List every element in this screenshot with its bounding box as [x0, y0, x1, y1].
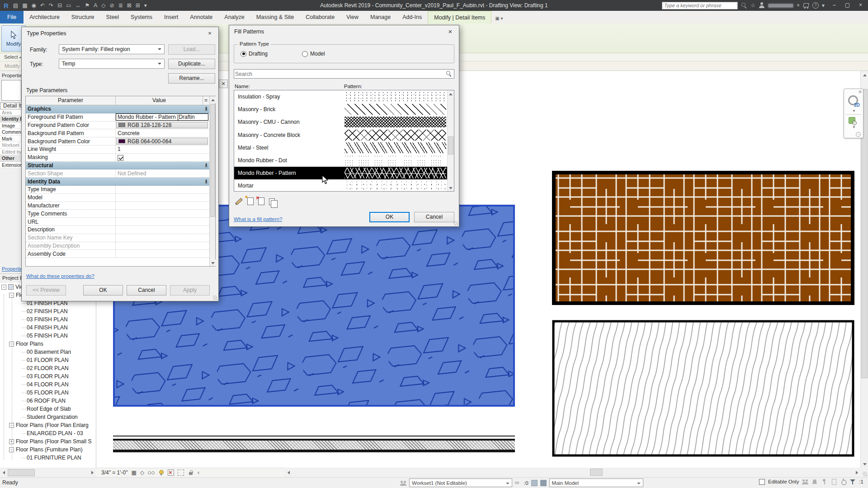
tree-item-00-basement-plan[interactable]: 00 Basement Plan: [0, 348, 96, 356]
editable-only-checkbox[interactable]: [759, 479, 765, 485]
parameter-value[interactable]: [116, 226, 209, 234]
fill-pattern-help-link[interactable]: What is a fill pattern?: [234, 216, 282, 222]
tag-icon[interactable]: ⚑: [85, 2, 90, 9]
reveal-hidden-elements-icon[interactable]: [158, 469, 164, 476]
parameter-value[interactable]: [116, 202, 209, 210]
pattern-row-metal-steel[interactable]: Metal - Steel: [234, 141, 448, 154]
resize-grip[interactable]: [213, 296, 217, 300]
switch-windows-icon[interactable]: ⊞: [136, 2, 140, 9]
palette-row-image[interactable]: Image: [0, 122, 23, 129]
collapse-icon[interactable]: ∧∧: [205, 107, 208, 111]
scroll-up-icon[interactable]: [448, 90, 454, 97]
tree-item-floor-plans[interactable]: −Floor Plans: [0, 340, 96, 348]
parameter-value[interactable]: Concrete: [116, 129, 209, 137]
customize-qat-icon[interactable]: ▾: [144, 2, 147, 9]
drawing-hscrollbar[interactable]: [285, 468, 860, 477]
resize-grip[interactable]: [453, 221, 458, 225]
filled-region-wavy-lines[interactable]: [552, 320, 854, 457]
tab-annotate[interactable]: Annotate: [184, 11, 218, 23]
parameter-value[interactable]: [116, 210, 209, 217]
view-scale-label[interactable]: 3/4" = 1'-0": [101, 469, 128, 476]
help-icon[interactable]: ?: [812, 2, 819, 9]
worksharing-users-icon[interactable]: [802, 479, 808, 485]
search-icon[interactable]: [741, 2, 747, 9]
palette-row-extensions[interactable]: Extensions: [0, 162, 23, 169]
tree-item-04-finish-plan[interactable]: 04 FINISH PLAN: [0, 324, 96, 332]
value-edit-box[interactable]: Mondo Rubber - Pattern [Draftin: [116, 113, 208, 121]
undo-icon[interactable]: ↶: [40, 2, 45, 9]
color-value-button[interactable]: RGB 128-128-128: [116, 122, 208, 129]
parameter-group-structural[interactable]: Structural∧∧: [26, 162, 209, 170]
visual-style-icon[interactable]: ◇: [140, 469, 144, 476]
close-button[interactable]: ×: [854, 0, 867, 11]
load-button[interactable]: Load...: [168, 44, 215, 55]
save-icon[interactable]: ▦: [22, 2, 27, 9]
tab-view[interactable]: View: [340, 11, 364, 23]
minimize-button[interactable]: –: [828, 0, 841, 11]
default-3d-view-icon[interactable]: ◇: [101, 2, 105, 9]
collapse-icon[interactable]: ‹: [198, 469, 199, 476]
sync-with-central-icon[interactable]: ◉: [32, 2, 36, 9]
tab-modify-detail-items[interactable]: Modify | Detail Items: [428, 11, 491, 23]
text-icon[interactable]: A: [94, 2, 97, 9]
cancel-button[interactable]: Cancel: [414, 212, 454, 222]
panel-display-menu-icon[interactable]: ▣ ▾: [491, 16, 506, 23]
tab-structure[interactable]: Structure: [66, 11, 100, 23]
color-value-button[interactable]: RGB 064-000-064: [116, 138, 208, 145]
masking-checkbox[interactable]: [118, 155, 123, 161]
ok-button[interactable]: OK: [369, 212, 410, 222]
parameter-value[interactable]: [116, 242, 209, 250]
measure-icon[interactable]: ▭: [66, 2, 71, 9]
pattern-row-mortar[interactable]: Mortar: [234, 179, 448, 192]
tab-systems[interactable]: Systems: [125, 11, 158, 23]
tree-item-01-floor-plan[interactable]: 01 FLOOR PLAN: [0, 356, 96, 364]
cancel-button[interactable]: Cancel: [127, 285, 166, 296]
scroll-down-icon[interactable]: [210, 259, 216, 266]
tree-item-floor-plans-floor-plan-enlarg[interactable]: −Floor Plans (Floor Plan Enlarg: [0, 421, 96, 429]
revit-logo-icon[interactable]: R: [4, 2, 9, 9]
ok-button[interactable]: OK: [83, 285, 123, 296]
parameter-value[interactable]: 1: [116, 145, 209, 153]
thin-lines-icon[interactable]: ≣: [118, 2, 123, 9]
tree-item-05-finish-plan[interactable]: 05 FINISH PLAN: [0, 332, 96, 340]
tab-massing-site[interactable]: Massing & Site: [250, 11, 300, 23]
pattern-row-insulation-spray[interactable]: Insulation - Spray: [234, 90, 448, 103]
tab-insert[interactable]: Insert: [158, 11, 184, 23]
tree-item-floor-plans-furniture-plan[interactable]: −Floor Plans (Furniture Plan): [0, 446, 96, 454]
palette-row-workset[interactable]: Workset: [0, 142, 23, 149]
section-icon[interactable]: ⊘: [110, 2, 114, 9]
collapse-icon[interactable]: ∧∧: [205, 180, 208, 183]
navbar-close-icon[interactable]: ⊗: [858, 89, 862, 94]
pattern-row-mondo-rubber-pattern[interactable]: Mondo Rubber - Pattern: [234, 167, 448, 179]
parameter-value[interactable]: [116, 194, 209, 202]
pattern-row-masonry-brick[interactable]: Masonry - Brick: [234, 103, 448, 116]
rename-button[interactable]: Rename...: [168, 73, 215, 84]
list-vscrollbar[interactable]: [447, 90, 454, 191]
pattern-row-mondo-rubber-dot[interactable]: Mondo Rubber - Dot: [234, 154, 448, 167]
sign-out-icon[interactable]: ×: [797, 2, 800, 9]
tab-collaborate[interactable]: Collaborate: [300, 11, 340, 23]
maximize-button[interactable]: ▢: [841, 0, 854, 11]
scroll-left-icon[interactable]: [0, 469, 8, 476]
tree-item-floor-plans-floor-plan-small-s[interactable]: +Floor Plans (Floor Plan Small S: [0, 437, 96, 446]
tree-item-enlarged-plan-03[interactable]: ENLARGED PLAN - 03: [0, 429, 96, 437]
scrollbar-thumb[interactable]: [590, 469, 603, 476]
tree-item-03-finish-plan[interactable]: 03 FINISH PLAN: [0, 315, 96, 324]
column-parameter[interactable]: Parameter: [26, 96, 116, 105]
pattern-row-masonry-concrete-block[interactable]: Masonry - Concrete Block: [234, 129, 448, 141]
parameter-value[interactable]: RGB 128-128-128: [116, 122, 209, 129]
type-selector-preview[interactable]: [1, 80, 21, 101]
parameter-value[interactable]: Not Defined: [116, 169, 209, 177]
close-icon[interactable]: ×: [444, 27, 456, 36]
parameter-value[interactable]: RGB 064-000-064: [116, 137, 209, 145]
constraints-lock-icon[interactable]: [188, 469, 194, 476]
scroll-up-icon[interactable]: [210, 96, 216, 103]
properties-palette-close-icon[interactable]: ✕: [219, 80, 228, 88]
duplicate-pattern-icon[interactable]: [269, 198, 275, 205]
tree-item-06-roof-plan[interactable]: 06 ROOF PLAN: [0, 397, 96, 405]
search-icon[interactable]: [446, 70, 452, 77]
links-icon[interactable]: [515, 480, 521, 486]
navbar-minimize-icon[interactable]: −: [856, 132, 861, 137]
properties-help-link[interactable]: What do these properties do?: [26, 273, 94, 279]
zoom-region-icon[interactable]: [849, 117, 855, 124]
